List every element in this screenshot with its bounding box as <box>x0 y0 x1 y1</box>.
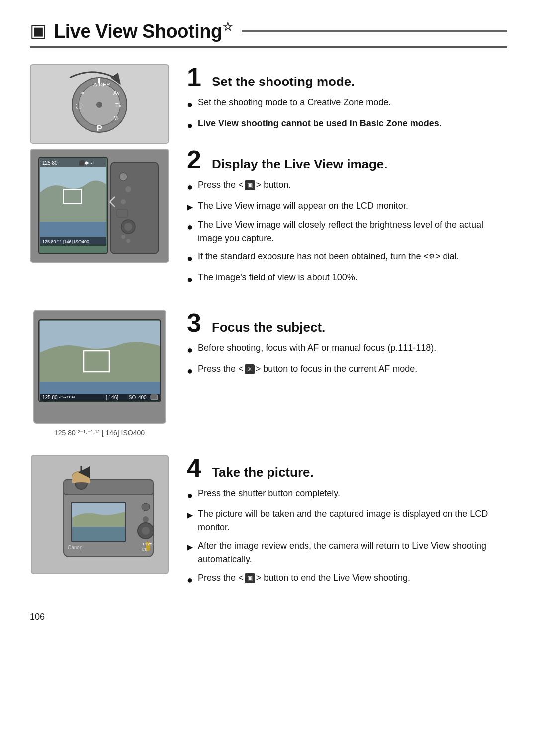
svg-point-51 <box>142 527 150 535</box>
step3-image-col: 125 80 ²⁻¹·⁺¹·¹² [ 146] ISO 400 125 80 ²… <box>30 310 169 437</box>
af-button-icon: ✳ <box>245 364 255 374</box>
svg-point-9 <box>96 102 102 108</box>
svg-text:M: M <box>113 115 118 121</box>
steps-1-2-content: 1 Set the shooting mode. ● Set the shoot… <box>187 64 507 292</box>
dial-icon: ⚙ <box>429 252 435 262</box>
bullet-text: If the standard exposure has not been ob… <box>198 250 507 263</box>
svg-point-19 <box>126 239 130 243</box>
step2-bullets: ● Press the <▣> button. ▶ The Live View … <box>187 178 507 287</box>
focus-svg: 125 80 ²⁻¹·⁺¹·¹² [ 146] ISO 400 <box>36 317 163 417</box>
step1-header: 1 Set the shooting mode. <box>187 64 507 90</box>
svg-text:P: P <box>97 124 102 133</box>
bullet-text: Press the shutter button completely. <box>198 487 507 500</box>
svg-text:A-DEP: A-DEP <box>93 82 110 87</box>
step4-image-col: Canon 1/125 f/8 <box>30 455 169 579</box>
svg-point-13 <box>125 186 131 192</box>
svg-rect-39 <box>151 395 158 400</box>
header-line <box>242 30 507 32</box>
bullet-arrow: ▶ <box>187 201 193 213</box>
svg-rect-46 <box>72 527 125 541</box>
step1-number: 1 <box>187 64 207 90</box>
svg-text:125  80: 125 80 <box>42 160 58 166</box>
bullet-dot: ● <box>187 179 193 194</box>
step1-title: Set the shooting mode. <box>212 74 355 89</box>
title-star: ☆ <box>222 20 233 33</box>
bullet-dot: ● <box>187 272 193 287</box>
list-item: ● Live View shooting cannot be used in B… <box>187 117 507 133</box>
svg-text:ISO: ISO <box>127 395 136 400</box>
shutter-svg: Canon 1/125 f/8 <box>34 457 166 572</box>
step3-image: 125 80 ²⁻¹·⁺¹·¹² [ 146] ISO 400 <box>33 310 166 424</box>
liveview-button-icon: ▣ <box>245 180 255 190</box>
step4-title: Take the picture. <box>212 465 314 480</box>
svg-point-49 <box>143 516 149 522</box>
svg-rect-15 <box>117 209 128 217</box>
step4-bullets: ● Press the shutter button completely. ▶… <box>187 487 507 587</box>
bullet-text: The image's field of view is about 100%. <box>198 271 507 284</box>
bullet-dot: ● <box>187 342 193 357</box>
svg-text:≈: ≈ <box>81 90 84 96</box>
bullet-text: Press the <▣> button. <box>198 178 507 192</box>
steps-1-2-container: P A-DEP Av Tv M ≈ ⛶ <box>30 64 507 292</box>
step4-number: 4 <box>187 455 207 481</box>
svg-text:400: 400 <box>138 395 147 400</box>
step2-header: 2 Display the Live View image. <box>187 147 507 172</box>
list-item: ● The Live View image will closely refle… <box>187 218 507 245</box>
step3-container: 125 80 ²⁻¹·⁺¹·¹² [ 146] ISO 400 125 80 ²… <box>30 310 507 437</box>
camera-icon: ▣ <box>30 20 47 41</box>
step3-image-caption: 125 80 ²⁻¹·⁺¹·¹² [ 146] ISO400 <box>54 429 145 437</box>
bullet-text: Before shooting, focus with AF or manual… <box>198 341 507 355</box>
svg-text:-+: -+ <box>91 160 95 166</box>
svg-text:125 80 ²·¹   [146] ISO400: 125 80 ²·¹ [146] ISO400 <box>42 239 89 244</box>
svg-text:1/125: 1/125 <box>142 542 153 546</box>
bullet-dot: ● <box>187 488 193 503</box>
step1-image: P A-DEP Av Tv M ≈ ⛶ <box>30 64 169 144</box>
bullet-arrow: ▶ <box>187 509 193 521</box>
bullet-text: Press the <▣> button to end the Live Vie… <box>198 571 507 585</box>
bullet-dot: ● <box>187 97 193 112</box>
list-item: ● Press the <▣> button to end the Live V… <box>187 571 507 587</box>
step3-content: 3 Focus the subject. ● Before shooting, … <box>187 310 507 383</box>
svg-text:f/8: f/8 <box>142 547 147 552</box>
bullet-dot: ● <box>187 251 193 266</box>
step3-number: 3 <box>187 310 207 336</box>
liveview-end-button-icon: ▣ <box>245 573 255 583</box>
step3-bullets: ● Before shooting, focus with AF or manu… <box>187 341 507 378</box>
list-item: ● If the standard exposure has not been … <box>187 250 507 266</box>
bullet-arrow: ▶ <box>187 541 193 553</box>
svg-point-18 <box>121 235 125 239</box>
page-header: ▣ Live View Shooting☆ <box>30 20 507 48</box>
svg-text:Tv: Tv <box>115 102 122 108</box>
list-item: ● Press the shutter button completely. <box>187 487 507 503</box>
list-item: ● Press the <▣> button. <box>187 178 507 194</box>
svg-point-12 <box>119 173 127 181</box>
step4-header: 4 Take the picture. <box>187 455 507 481</box>
list-item: ● Before shooting, focus with AF or manu… <box>187 341 507 357</box>
bullet-text: After the image review ends, the camera … <box>198 539 507 566</box>
svg-text:⛶: ⛶ <box>76 103 81 109</box>
step3-title: Focus the subject. <box>212 320 325 335</box>
step2-number: 2 <box>187 147 207 172</box>
bullet-dot: ● <box>187 219 193 234</box>
lcd-svg: 125 80 ⬛✱ -+ 125 80 ²·¹ [146] ISO400 <box>36 152 163 259</box>
bullet-dot: ● <box>187 363 193 378</box>
list-item: ● The image's field of view is about 100… <box>187 271 507 287</box>
svg-point-17 <box>124 223 132 231</box>
step4-content: 4 Take the picture. ● Press the shutter … <box>187 455 507 592</box>
svg-rect-11 <box>111 162 158 254</box>
step1-bullets: ● Set the shooting mode to a Creative Zo… <box>187 96 507 133</box>
bullet-text: The Live View image will appear on the L… <box>198 199 507 213</box>
svg-text:Canon: Canon <box>68 545 82 550</box>
svg-text:[ 146]: [ 146] <box>106 395 118 400</box>
list-item: ▶ The Live View image will appear on the… <box>187 199 507 213</box>
page-number: 106 <box>30 612 507 622</box>
bullet-text: Live View shooting cannot be used in Bas… <box>198 117 507 130</box>
step4-container: Canon 1/125 f/8 4 Take the picture. ● Pr… <box>30 455 507 592</box>
bullet-text: The picture will be taken and the captur… <box>198 507 507 534</box>
bullet-dot: ● <box>187 572 193 587</box>
step2-content: 2 Display the Live View image. ● Press t… <box>187 147 507 287</box>
svg-point-48 <box>142 503 150 511</box>
dial-svg: P A-DEP Av Tv M ≈ ⛶ <box>40 68 159 140</box>
step3-header: 3 Focus the subject. <box>187 310 507 336</box>
svg-text:⬛✱: ⬛✱ <box>79 160 89 166</box>
